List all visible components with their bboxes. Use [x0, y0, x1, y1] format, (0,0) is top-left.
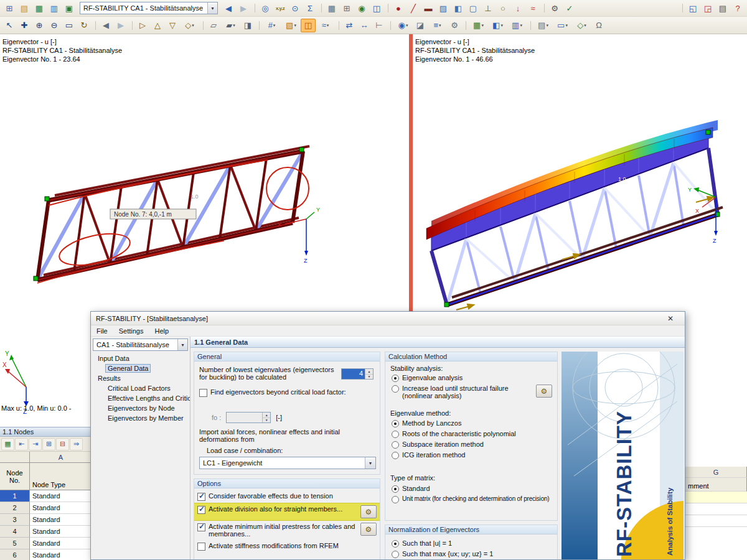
- checkbox[interactable]: [197, 493, 205, 501]
- view-xy-icon[interactable]: ▽: [165, 19, 180, 32]
- surface-icon[interactable]: ▨: [436, 1, 451, 15]
- hinge-icon[interactable]: ○: [496, 1, 510, 15]
- table-filter-icon[interactable]: ▦: [1, 438, 14, 450]
- row-number-cell[interactable]: 1: [0, 490, 30, 502]
- clipping-plane-icon[interactable]: ◪: [413, 19, 428, 32]
- radio[interactable]: [392, 540, 399, 548]
- solid-icon[interactable]: ◧: [451, 1, 466, 15]
- solid-display-icon[interactable]: ▰: [221, 19, 240, 32]
- row-number-cell[interactable]: 5: [0, 538, 30, 549]
- help-icon[interactable]: ?: [730, 1, 745, 15]
- zoom-out-icon[interactable]: ⊖: [47, 19, 62, 32]
- previous-case-icon[interactable]: ◀: [221, 1, 236, 15]
- delete-row-icon[interactable]: ⊟: [56, 438, 69, 450]
- node-icon[interactable]: ●: [391, 1, 406, 15]
- tree-item[interactable]: Critical Load Factors: [91, 383, 190, 393]
- radio[interactable]: [392, 485, 399, 493]
- new-model-icon[interactable]: ⊞: [2, 1, 17, 15]
- wireframe-display-icon[interactable]: ▱: [206, 19, 221, 32]
- display-settings-icon[interactable]: ▤: [533, 19, 553, 32]
- grid-icon[interactable]: ⊞: [339, 1, 354, 15]
- numbering-icon[interactable]: #: [262, 19, 281, 32]
- results-window-icon[interactable]: ◲: [700, 1, 715, 15]
- display-colors-icon[interactable]: ▧: [281, 19, 301, 32]
- close-icon[interactable]: ✕: [661, 313, 680, 324]
- search-node-icon[interactable]: ⊙: [288, 1, 303, 15]
- table-cell[interactable]: [685, 515, 747, 527]
- row-number-cell[interactable]: 2: [0, 502, 30, 514]
- zoom-select-icon[interactable]: ◎: [258, 1, 273, 15]
- open-model-icon[interactable]: ▤: [17, 1, 32, 15]
- spinner-arrows-icon[interactable]: ▲▼: [365, 369, 373, 379]
- details-button[interactable]: ⚙: [360, 505, 377, 518]
- row-number-cell[interactable]: 4: [0, 526, 30, 538]
- radio[interactable]: [392, 385, 399, 393]
- row-number-cell[interactable]: 3: [0, 514, 30, 526]
- go-last-icon[interactable]: ⇥: [29, 438, 42, 450]
- zoom-in-icon[interactable]: ⊕: [32, 19, 47, 32]
- transparency-icon[interactable]: ◨: [240, 19, 255, 32]
- radio-option[interactable]: ICG iteration method: [390, 451, 553, 459]
- next-view-icon[interactable]: ▶: [113, 19, 128, 32]
- checkbox[interactable]: [197, 506, 205, 514]
- check-model-icon[interactable]: ✓: [562, 1, 577, 15]
- case-selector-combo[interactable]: CA1 - Stabilitätsanalyse ▾: [93, 338, 188, 351]
- snap-icon[interactable]: ◉: [354, 1, 369, 15]
- units-icon[interactable]: Ω: [591, 19, 606, 32]
- menu-help[interactable]: Help: [149, 327, 174, 335]
- loadcase-combo[interactable]: RF-STABILITY CA1 - Stabilitätsanalyse ▾: [80, 2, 218, 14]
- radio[interactable]: [392, 551, 399, 558]
- node-type-cell[interactable]: Standard: [30, 526, 92, 538]
- visibility-icon[interactable]: ◉: [393, 19, 413, 32]
- support-icon[interactable]: ⊥: [481, 1, 496, 15]
- export-table-icon[interactable]: ⇒: [70, 438, 83, 450]
- tree-item[interactable]: Eigenvectors by Node: [91, 403, 190, 413]
- radio-option[interactable]: Standard: [390, 485, 556, 493]
- menu-file[interactable]: File: [91, 327, 113, 335]
- radio-option[interactable]: Subspace iteration method: [390, 441, 553, 449]
- go-first-icon[interactable]: ⇤: [15, 438, 28, 450]
- option-row[interactable]: Activate stiffness modifications from RF…: [194, 540, 380, 553]
- radio-option[interactable]: Increase load until structural failure (…: [390, 385, 553, 399]
- dialog-titlebar[interactable]: RF-STABILITY - [Stabilitaetsanalyse] ✕: [91, 312, 685, 325]
- views-manager-icon[interactable]: ▥: [507, 19, 527, 32]
- results-panel-icon[interactable]: ◫: [301, 19, 316, 32]
- pan-icon[interactable]: ✚: [17, 19, 32, 32]
- printout-report-icon[interactable]: ▥: [47, 1, 62, 15]
- work-plane-icon[interactable]: ◫: [369, 1, 384, 15]
- tree-item[interactable]: General Data: [91, 363, 190, 373]
- radio-option[interactable]: Roots of the characteristic polynomial: [390, 430, 553, 438]
- chevron-down-icon[interactable]: ▾: [177, 339, 187, 350]
- guidelines-icon[interactable]: ▦: [324, 1, 339, 15]
- calculation-icon[interactable]: ⚙: [547, 1, 562, 15]
- option-row[interactable]: Consider favorable effects due to tensio…: [194, 490, 380, 503]
- next-case-icon[interactable]: ▶: [236, 1, 251, 15]
- radio[interactable]: [392, 375, 399, 382]
- view-xz-icon[interactable]: ▷: [135, 19, 150, 32]
- chevron-down-icon[interactable]: ▾: [207, 2, 217, 14]
- select-arrow-icon[interactable]: ↖: [2, 19, 17, 32]
- menu-settings[interactable]: Settings: [113, 327, 149, 335]
- sum-results-icon[interactable]: Σ: [303, 1, 317, 15]
- snap-settings-icon[interactable]: ◇: [572, 19, 591, 32]
- row-number-cell[interactable]: 6: [0, 549, 30, 560]
- radio-option[interactable]: Eigenvalue analysis: [390, 374, 553, 382]
- panel-toggle-icon[interactable]: ◧: [488, 19, 507, 32]
- checkbox[interactable]: [199, 389, 207, 397]
- node-type-cell[interactable]: Standard: [30, 502, 92, 514]
- model-window-icon[interactable]: ◱: [685, 1, 700, 15]
- insert-row-icon[interactable]: ⊞: [42, 438, 55, 450]
- details-button[interactable]: ⚙: [536, 385, 552, 398]
- show-results-icon[interactable]: ≈: [316, 19, 335, 32]
- line-icon[interactable]: ╱: [406, 1, 421, 15]
- view-yz-icon[interactable]: △: [150, 19, 165, 32]
- tree-item[interactable]: Input Data: [91, 353, 190, 363]
- zoom-window-icon[interactable]: ▭: [62, 19, 77, 32]
- renderer-settings-icon[interactable]: ⚙: [447, 19, 462, 32]
- radio-option[interactable]: Unit matrix (for checking and determinat…: [390, 495, 556, 503]
- nodal-load-icon[interactable]: ↓: [510, 1, 525, 15]
- previous-view-icon[interactable]: ◀: [98, 19, 113, 32]
- radio-option[interactable]: Method by Lanczos: [390, 419, 553, 427]
- radio[interactable]: [392, 431, 399, 438]
- node-type-cell[interactable]: Standard: [30, 538, 92, 549]
